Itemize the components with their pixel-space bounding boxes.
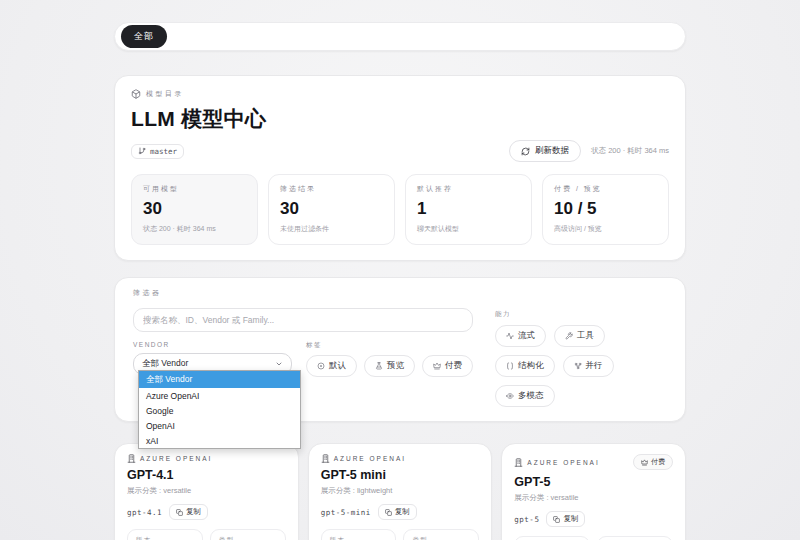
flask-icon xyxy=(375,362,383,370)
vendor-option-google[interactable]: Google xyxy=(139,403,300,418)
model-vendor-label: AZURE OPENAI xyxy=(527,459,599,466)
tag-filter-label: 默认 xyxy=(329,360,346,372)
model-title: GPT-5 xyxy=(514,475,673,489)
capability-multimodal[interactable]: 多模态 xyxy=(495,385,555,407)
model-category: 展示分类 : versatile xyxy=(127,486,286,496)
tag-filter-default[interactable]: 默认 xyxy=(306,355,357,377)
copy-label: 复制 xyxy=(186,507,201,517)
copy-button[interactable]: 复制 xyxy=(169,504,208,520)
stat-value: 30 xyxy=(143,199,246,219)
tab-all[interactable]: 全部 xyxy=(121,25,167,48)
capability-structured[interactable]: 结构化 xyxy=(495,355,555,377)
stat-sub: 聊天默认模型 xyxy=(417,224,520,234)
header-card: 模型目录 LLM 模型中心 master 刷新数据 状态 200 · 耗时 36… xyxy=(114,75,686,261)
paid-badge: 付费 xyxy=(633,454,673,470)
stat-value: 10 / 5 xyxy=(554,199,657,219)
git-branch-icon xyxy=(138,147,146,155)
model-category: 展示分类 : versatile xyxy=(514,493,673,503)
refresh-icon xyxy=(521,147,530,156)
capability-label: 工具 xyxy=(577,330,594,342)
model-id: gpt-5-mini xyxy=(321,508,371,517)
capability-label: 流式 xyxy=(518,330,535,342)
eye-icon xyxy=(506,392,514,400)
stat-label: 默认推荐 xyxy=(417,184,520,194)
copy-label: 复制 xyxy=(395,507,410,517)
building-icon xyxy=(321,454,330,463)
page-title: LLM 模型中心 xyxy=(131,105,669,133)
copy-icon xyxy=(385,509,392,516)
stat-card-available: 可用模型 30 状态 200 · 耗时 364 ms xyxy=(131,174,258,245)
catalog-eyebrow: 模型目录 xyxy=(131,89,669,99)
stat-label: 可用模型 xyxy=(143,184,246,194)
crown-icon xyxy=(641,459,648,466)
stat-value: 30 xyxy=(280,199,383,219)
vendor-option-azure-openai[interactable]: Azure OpenAI xyxy=(139,388,300,403)
model-id: gpt-4.1 xyxy=(127,508,162,517)
git-fork-icon xyxy=(574,362,582,370)
tag-filter-paid[interactable]: 付费 xyxy=(422,355,473,377)
capability-label: 并行 xyxy=(586,360,603,372)
model-card-gpt-4-1: AZURE OPENAI GPT-4.1 展示分类 : versatile gp… xyxy=(114,443,299,540)
stat-sub: 未使用过滤条件 xyxy=(280,224,383,234)
model-category: 展示分类 : lightweight xyxy=(321,486,480,496)
vendor-label: VENDOR xyxy=(133,341,292,348)
field-version: 版本 gpt-4.1-2025-... xyxy=(127,529,203,540)
activity-icon xyxy=(506,332,514,340)
model-grid: AZURE OPENAI GPT-4.1 展示分类 : versatile gp… xyxy=(114,443,686,540)
tags-label: 标签 xyxy=(306,341,473,350)
search-input[interactable] xyxy=(133,308,473,332)
vendor-option-xai[interactable]: xAI xyxy=(139,433,300,448)
model-card-gpt-5: AZURE OPENAI 付费 GPT-5 展示分类 : versatile g… xyxy=(501,443,686,540)
capability-parallel[interactable]: 并行 xyxy=(563,355,614,377)
crown-icon xyxy=(433,362,441,370)
tag-filter-label: 付费 xyxy=(445,360,462,372)
model-title: GPT-5 mini xyxy=(321,468,480,482)
copy-button[interactable]: 复制 xyxy=(546,511,585,527)
field-label: 类型 xyxy=(412,536,470,540)
braces-icon xyxy=(506,362,514,370)
model-vendor-label: AZURE OPENAI xyxy=(334,455,406,462)
field-version: 版本 gpt-5 xyxy=(514,536,590,540)
model-card-gpt-5-mini: AZURE OPENAI GPT-5 mini 展示分类 : lightweig… xyxy=(308,443,493,540)
field-label: 版本 xyxy=(330,536,388,540)
model-vendor: AZURE OPENAI xyxy=(514,458,599,467)
refresh-button[interactable]: 刷新数据 xyxy=(509,140,581,162)
page: 全部 模型目录 LLM 模型中心 master 刷新数据 状态 200 · 耗时 xyxy=(0,0,800,540)
filter-card: 筛选器 VENDOR 全部 Vendor 全部 Vendor xyxy=(114,277,686,422)
stat-card-default: 默认推荐 1 聊天默认模型 xyxy=(405,174,532,245)
top-tab-bar: 全部 xyxy=(114,22,686,51)
stat-sub: 状态 200 · 耗时 364 ms xyxy=(143,224,246,234)
vendor-option-all[interactable]: 全部 Vendor xyxy=(139,371,300,388)
vendor-option-openai[interactable]: OpenAI xyxy=(139,418,300,433)
stat-card-filtered: 筛选结果 30 未使用过滤条件 xyxy=(268,174,395,245)
stats-grid: 可用模型 30 状态 200 · 耗时 364 ms 筛选结果 30 未使用过滤… xyxy=(131,174,669,245)
model-vendor-label: AZURE OPENAI xyxy=(140,455,212,462)
stat-card-paid-preview: 付费 / 预览 10 / 5 高级访问 / 预览 xyxy=(542,174,669,245)
branch-name: master xyxy=(150,147,177,156)
filters-title: 筛选器 xyxy=(133,288,667,298)
copy-button[interactable]: 复制 xyxy=(378,504,417,520)
building-icon xyxy=(514,458,523,467)
refresh-label: 刷新数据 xyxy=(535,145,569,157)
tag-filter-preview[interactable]: 预览 xyxy=(364,355,415,377)
field-type: 类型 chat xyxy=(210,529,286,540)
paid-badge-label: 付费 xyxy=(651,457,665,467)
vendor-dropdown: 全部 Vendor Azure OpenAI Google OpenAI xAI xyxy=(138,370,301,449)
copy-icon xyxy=(176,509,183,516)
capability-label: 多模态 xyxy=(518,390,544,402)
stat-label: 付费 / 预览 xyxy=(554,184,657,194)
copy-icon xyxy=(553,516,560,523)
status-text: 状态 200 · 耗时 364 ms xyxy=(591,146,669,156)
building-icon xyxy=(127,454,136,463)
model-vendor: AZURE OPENAI xyxy=(321,454,406,463)
stat-label: 筛选结果 xyxy=(280,184,383,194)
field-type: 类型 chat xyxy=(403,529,479,540)
capability-streaming[interactable]: 流式 xyxy=(495,325,546,347)
tag-filter-label: 预览 xyxy=(387,360,404,372)
stat-value: 1 xyxy=(417,199,520,219)
field-label: 类型 xyxy=(219,536,277,540)
catalog-eyebrow-label: 模型目录 xyxy=(146,89,184,99)
vendor-select-value: 全部 Vendor xyxy=(142,358,188,370)
header-meta-row: master 刷新数据 状态 200 · 耗时 364 ms xyxy=(131,140,669,162)
capability-tools[interactable]: 工具 xyxy=(554,325,605,347)
